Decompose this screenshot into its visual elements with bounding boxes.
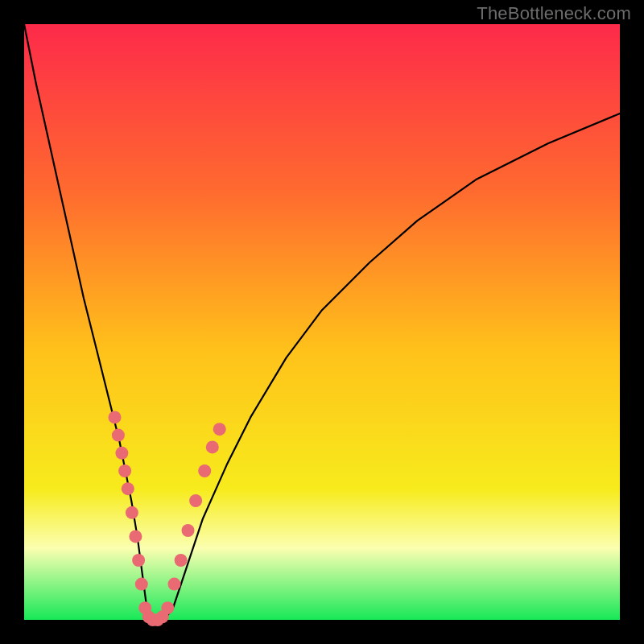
- chart-svg: [24, 24, 620, 620]
- marker-dot: [115, 447, 128, 460]
- bottleneck-curve: [24, 24, 620, 620]
- watermark-text: TheBottleneck.com: [477, 3, 631, 24]
- marker-dot: [126, 506, 138, 519]
- outer-frame: TheBottleneck.com: [0, 0, 644, 644]
- marker-dot: [118, 464, 131, 477]
- marker-dot: [182, 524, 195, 537]
- marker-dot: [189, 494, 202, 507]
- marker-group: [109, 411, 226, 626]
- marker-dot: [112, 429, 125, 442]
- marker-dot: [206, 440, 219, 453]
- plot-area: [24, 24, 620, 620]
- marker-dot: [161, 601, 174, 614]
- marker-dot: [175, 554, 188, 567]
- marker-dot: [198, 464, 211, 477]
- marker-dot: [168, 578, 181, 591]
- marker-dot: [129, 530, 142, 543]
- marker-dot: [135, 578, 148, 591]
- marker-dot: [213, 423, 226, 436]
- marker-dot: [132, 554, 145, 567]
- marker-dot: [122, 482, 134, 495]
- marker-dot: [109, 411, 122, 423]
